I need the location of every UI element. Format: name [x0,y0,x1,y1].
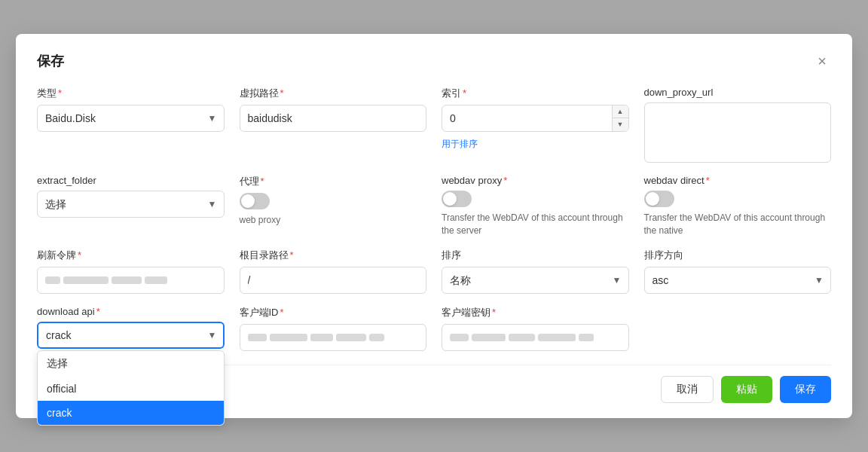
index-up-button[interactable]: ▲ [613,105,628,119]
download-api-dropdown: crack ▼ 选择 official crack [37,322,225,349]
down-proxy-url-input[interactable] [644,102,832,163]
client-id-block-5 [369,334,384,341]
download-api-option-select[interactable]: 选择 [38,351,224,377]
client-id-redacted [240,324,427,351]
save-button[interactable]: 保存 [780,376,831,403]
client-secret-redacted [442,324,629,351]
down-proxy-url-label: down_proxy_url [644,87,832,98]
order-label: 排序 [442,249,629,262]
modal-title: 保存 [37,52,64,70]
field-down-proxy-url: down_proxy_url [644,87,832,163]
webdav-proxy-toggle[interactable] [442,191,472,207]
proxy-toggle[interactable] [240,193,270,209]
index-hint: 用于排序 [442,138,629,151]
root-path-label: 根目录路径* [240,249,427,262]
virtual-path-label: 虚拟路径* [240,87,427,100]
extract-folder-label: extract_folder [37,175,225,186]
root-path-input[interactable] [240,267,427,294]
field-index: 索引* ▲ ▼ 用于排序 [442,87,629,163]
order-select[interactable]: 名称 [442,267,629,294]
field-client-secret: 客户端密钥* [442,306,629,351]
field-type: 类型* Baidu.Disk ▼ [37,87,225,163]
index-input[interactable] [442,105,629,132]
client-secret-block-1 [450,334,469,341]
proxy-slider [240,193,270,209]
download-api-label: download api* [37,306,225,317]
paste-button[interactable]: 粘贴 [721,376,772,403]
extract-folder-select[interactable]: 选择 [37,191,225,218]
field-download-api: download api* crack ▼ 选择 official crack [37,306,225,351]
field-proxy: 代理* web proxy [240,175,427,237]
webdav-direct-desc: Transfer the WebDAV of this account thro… [644,212,832,237]
client-id-block-2 [270,334,307,341]
redacted-block-1 [45,276,60,284]
modal-header: 保存 × [37,52,831,70]
client-secret-block-2 [472,334,506,341]
field-webdav-direct: webdav direct* Transfer the WebDAV of th… [644,175,832,237]
type-label: 类型* [37,87,225,100]
webdav-proxy-label: webdav proxy* [442,175,629,186]
download-api-arrow-icon: ▼ [208,330,217,341]
type-select[interactable]: Baidu.Disk [37,105,225,132]
client-id-block-3 [310,334,333,341]
client-secret-label: 客户端密钥* [442,306,629,319]
client-id-label: 客户端ID* [240,306,427,319]
order-select-wrapper: 名称 ▼ [442,267,629,294]
modal-dialog: 保存 × 类型* Baidu.Disk ▼ 虚拟路径* [16,34,852,419]
redacted-block-3 [112,276,142,284]
client-secret-block-3 [509,334,535,341]
client-id-block-4 [336,334,366,341]
redacted-block-2 [63,276,108,284]
download-api-menu: 选择 official crack [37,350,225,426]
download-api-option-official[interactable]: official [38,377,224,401]
virtual-path-input[interactable] [240,105,427,132]
webdav-direct-slider [644,191,674,207]
close-button[interactable]: × [813,52,831,70]
field-extract-folder: extract_folder 选择 ▼ [37,175,225,237]
index-down-button[interactable]: ▼ [613,118,628,131]
field-refresh-token: 刷新令牌* [37,249,225,294]
proxy-label: 代理* [240,175,427,188]
cancel-button[interactable]: 取消 [661,376,714,403]
download-api-selected[interactable]: crack [37,322,225,349]
client-id-block-1 [248,334,267,341]
index-wrapper: ▲ ▼ [442,105,629,132]
field-virtual-path: 虚拟路径* [240,87,427,163]
webdav-proxy-desc: Transfer the WebDAV of this account thro… [442,212,629,237]
order-direction-label: 排序方向 [644,249,832,262]
refresh-token-label: 刷新令牌* [37,249,225,262]
extract-folder-select-wrapper: 选择 ▼ [37,191,225,218]
index-label: 索引* [442,87,629,100]
webdav-direct-label: webdav direct* [644,175,832,186]
order-direction-select-wrapper: asc ▼ [644,267,832,294]
index-arrows: ▲ ▼ [612,105,628,131]
webdav-proxy-slider [442,191,472,207]
form-grid: 类型* Baidu.Disk ▼ 虚拟路径* 索引* [37,87,831,352]
download-api-option-crack[interactable]: crack [38,401,224,425]
field-client-id: 客户端ID* [240,306,427,351]
type-select-wrapper: Baidu.Disk ▼ [37,105,225,132]
field-root-path: 根目录路径* [240,249,427,294]
proxy-desc: web proxy [240,214,427,227]
order-direction-select[interactable]: asc [644,267,832,294]
field-order-direction: 排序方向 asc ▼ [644,249,832,294]
field-webdav-proxy: webdav proxy* Transfer the WebDAV of thi… [442,175,629,237]
empty-cell [644,306,832,351]
modal-overlay: 保存 × 类型* Baidu.Disk ▼ 虚拟路径* [0,0,868,452]
client-secret-block-5 [579,334,594,341]
webdav-direct-toggle[interactable] [644,191,674,207]
field-order: 排序 名称 ▼ [442,249,629,294]
redacted-block-4 [145,276,167,284]
client-secret-block-4 [538,334,576,341]
refresh-token-redacted [37,267,225,294]
